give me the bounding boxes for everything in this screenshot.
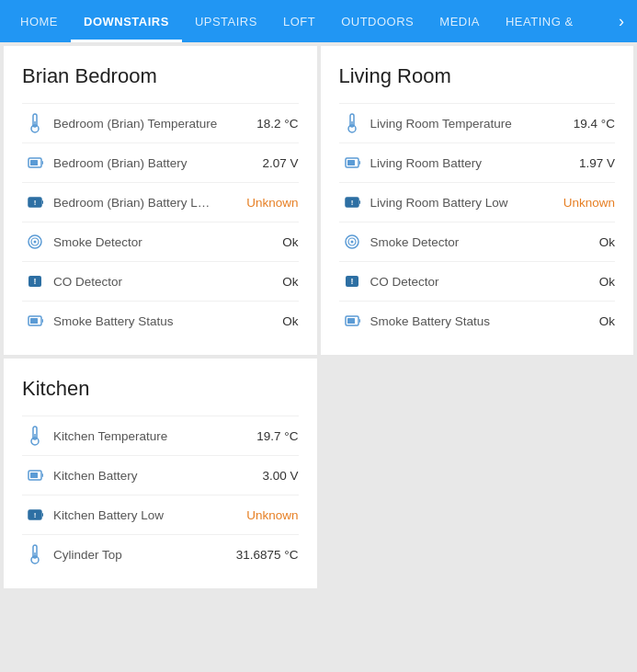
smoke-icon [22,231,48,253]
svg-rect-15 [42,319,43,323]
smoke-icon [339,231,365,253]
sensor-value: 3.00 V [244,469,299,483]
sensor-row: Cylinder Top31.6875 °C [22,534,299,574]
battery-low-icon: ! [339,191,365,213]
sensor-label: Smoke Battery Status [48,314,244,328]
sensor-value: Ok [244,314,299,328]
svg-rect-4 [42,161,43,165]
sensor-value: Ok [244,235,299,249]
nav-item-outdoors[interactable]: OUTDOORS [328,0,427,42]
sensor-label: Bedroom (Brian) Battery L… [48,196,244,210]
svg-point-11 [34,241,37,244]
card-title-brian-bedroom: Brian Bedroom [22,64,299,88]
sensor-row: Smoke Battery StatusOk [339,301,616,340]
sensor-label: Smoke Battery Status [365,314,561,328]
battery-icon [339,310,365,332]
sensor-row: ! Living Room Battery LowUnknown [339,182,616,222]
sensor-row: Living Room Battery1.97 V [339,142,616,182]
svg-text:!: ! [34,511,37,519]
svg-text:!: ! [350,199,353,207]
nav-item-media[interactable]: MEDIA [427,0,493,42]
svg-rect-41 [42,513,43,517]
thermometer-icon [339,112,365,134]
sensor-row: ! CO DetectorOk [339,261,616,301]
sensor-row: Living Room Temperature19.4 °C [339,103,616,142]
sensor-value: Ok [560,314,615,328]
sensor-label: Living Room Battery Low [365,196,561,210]
sensor-label: Cylinder Top [48,548,236,562]
nav-item-upstairs[interactable]: UPSTAIRS [182,0,270,42]
card-brian-bedroom: Brian Bedroom Bedroom (Brian) Temperatur… [4,46,317,355]
svg-text:!: ! [34,199,37,207]
svg-point-28 [350,241,353,244]
sensor-label: Smoke Detector [365,235,561,249]
sensor-value: Unknown [244,508,299,522]
sensor-row: ! Bedroom (Brian) Battery L…Unknown [22,182,299,222]
sensor-value: Ok [560,275,615,289]
co-icon: ! [339,270,365,292]
sensor-label: CO Detector [48,275,244,289]
card-kitchen: Kitchen Kitchen Temperature19.7 °C Kitch… [4,359,317,588]
sensor-value: Unknown [244,196,299,210]
svg-rect-22 [347,160,355,165]
co-icon: ! [22,270,48,292]
svg-rect-24 [359,200,360,204]
sensor-row: Smoke Battery StatusOk [22,301,299,340]
svg-rect-38 [42,473,43,477]
svg-rect-21 [359,161,360,165]
nav-item-heating-and[interactable]: HEATING & [493,0,586,42]
sensor-value: 1.97 V [560,156,615,170]
battery-low-icon: ! [22,191,48,213]
sensor-label: Smoke Detector [48,235,244,249]
svg-text:!: ! [34,277,37,286]
sensor-value: 31.6875 °C [236,548,299,562]
svg-rect-7 [42,200,43,204]
battery-icon [22,464,48,486]
sensor-value: 18.2 °C [244,117,299,131]
nav-item-downstairs[interactable]: DOWNSTAIRS [71,0,182,42]
svg-rect-33 [347,318,355,324]
sensor-value: Ok [560,235,615,249]
battery-low-icon: ! [22,504,48,526]
sensor-label: Living Room Battery [365,156,561,170]
sensor-row: Bedroom (Brian) Battery2.07 V [22,142,299,182]
sensor-value: 2.07 V [244,156,299,170]
empty-cell [321,359,634,588]
nav-item-home[interactable]: HOME [7,0,71,42]
sensor-label: Living Room Temperature [365,117,561,131]
navigation: HOMEDOWNSTAIRSUPSTAIRSLOFTOUTDOORSMEDIAH… [0,0,637,42]
nav-item-loft[interactable]: LOFT [270,0,328,42]
sensor-label: CO Detector [365,275,561,289]
svg-text:!: ! [350,277,353,286]
svg-rect-32 [359,319,360,323]
thermometer-icon [22,543,48,565]
card-title-kitchen: Kitchen [22,377,299,401]
battery-icon [22,152,48,174]
sensor-value: 19.7 °C [244,429,299,443]
battery-icon [22,310,48,332]
sensor-label: Bedroom (Brian) Temperature [48,117,244,131]
sensor-row: ! CO DetectorOk [22,261,299,301]
sensor-row: Smoke DetectorOk [22,222,299,261]
sensor-value: Unknown [560,196,615,210]
sensor-value: Ok [244,275,299,289]
main-grid: Brian Bedroom Bedroom (Brian) Temperatur… [0,42,637,592]
sensor-value: 19.4 °C [560,117,615,131]
sensor-row: ! Kitchen Battery LowUnknown [22,495,299,534]
sensor-label: Kitchen Battery [48,469,244,483]
sensor-label: Kitchen Battery Low [48,508,244,522]
sensor-row: Smoke DetectorOk [339,222,616,261]
sensor-row: Bedroom (Brian) Temperature18.2 °C [22,103,299,142]
thermometer-icon [22,425,48,447]
battery-icon [339,152,365,174]
sensor-label: Kitchen Temperature [48,429,244,443]
svg-rect-16 [30,318,38,324]
sensor-label: Bedroom (Brian) Battery [48,156,244,170]
nav-more-button[interactable]: › [613,12,630,31]
svg-rect-5 [30,160,38,165]
sensor-row: Kitchen Battery3.00 V [22,455,299,495]
sensor-row: Kitchen Temperature19.7 °C [22,416,299,455]
card-living-room: Living Room Living Room Temperature19.4 … [321,46,634,355]
svg-rect-39 [30,473,38,478]
thermometer-icon [22,112,48,134]
